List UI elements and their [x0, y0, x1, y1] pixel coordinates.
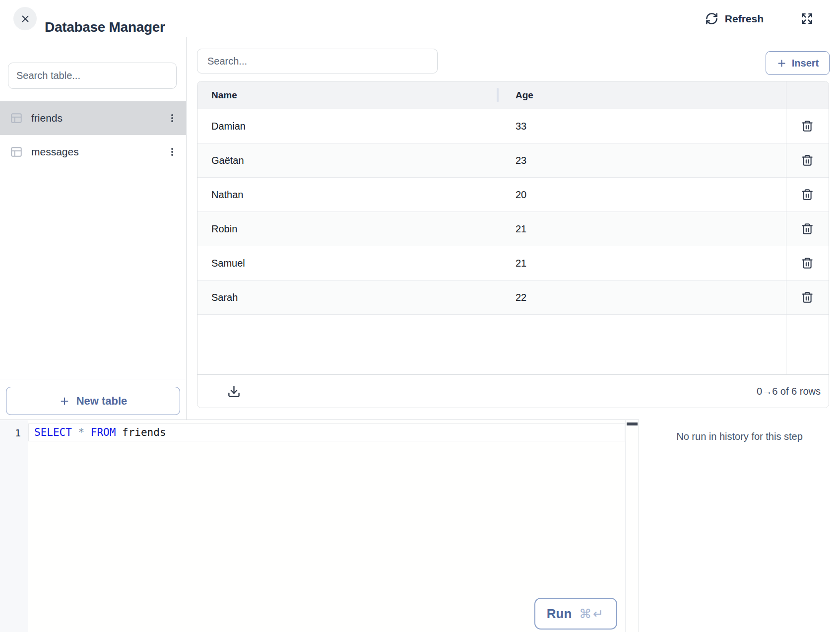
plus-icon	[59, 396, 70, 407]
download-icon	[227, 385, 241, 398]
return-key-icon: ↵	[593, 607, 605, 621]
plus-icon	[776, 58, 787, 69]
refresh-button[interactable]: Refresh	[702, 0, 767, 37]
column-header-age[interactable]: Age	[498, 90, 786, 101]
table-menu-button[interactable]	[164, 143, 180, 161]
column-header-name[interactable]: Name	[197, 90, 498, 101]
table-icon	[10, 145, 23, 158]
close-button[interactable]	[13, 7, 37, 30]
kebab-icon	[167, 146, 177, 158]
run-shortcut: ⌘↵	[579, 607, 605, 621]
topbar: Database Manager Refresh	[0, 0, 840, 38]
history-empty-message: No run in history for this step	[639, 431, 840, 442]
line-number: 1	[15, 427, 21, 439]
export-button[interactable]	[226, 384, 242, 399]
code-token	[84, 426, 91, 438]
kebab-icon	[167, 112, 177, 124]
trash-icon	[801, 257, 814, 270]
table-list: friends messages	[0, 101, 186, 169]
run-history-panel: No run in history for this step	[639, 420, 840, 632]
trash-icon	[801, 291, 814, 304]
editor-scrollbar-thumb[interactable]	[627, 422, 638, 425]
main-content: Insert Name Age Damian 33	[187, 37, 840, 420]
trash-icon	[801, 120, 814, 133]
row-search-input[interactable]	[197, 49, 438, 73]
code-token	[72, 426, 78, 438]
page-title: Database Manager	[45, 19, 165, 35]
sidebar: friends messages	[0, 37, 187, 420]
new-table-button[interactable]: New table	[6, 387, 180, 415]
table-icon	[10, 112, 23, 125]
trash-icon	[801, 154, 814, 167]
insert-label: Insert	[792, 58, 819, 69]
editor-gutter: 1	[0, 420, 28, 632]
actions-column-divider	[786, 81, 786, 375]
fullscreen-button[interactable]	[798, 0, 816, 37]
table-search-input[interactable]	[8, 63, 177, 89]
cell-age: 20	[498, 189, 786, 201]
delete-row-button[interactable]	[799, 255, 816, 272]
fullscreen-icon	[801, 12, 813, 25]
table-row[interactable]: Sarah 22	[197, 281, 829, 315]
cell-name: Gaëtan	[197, 155, 498, 166]
new-table-label: New table	[76, 395, 128, 408]
code-token: SELECT	[34, 426, 72, 438]
delete-row-button[interactable]	[799, 289, 816, 306]
cmd-key-icon: ⌘	[579, 607, 593, 621]
table-body: Damian 33 Gaëtan 23	[197, 109, 829, 376]
table-row[interactable]: Robin 21	[197, 212, 829, 246]
table-row[interactable]: Samuel 21	[197, 246, 829, 281]
data-table: Name Age Damian 33 Gaëtan 23	[197, 81, 829, 408]
cell-name: Sarah	[197, 292, 498, 303]
sidebar-table-item[interactable]: messages	[0, 135, 186, 169]
trash-icon	[801, 188, 814, 201]
cell-age: 33	[498, 121, 786, 132]
code-token: friends	[116, 426, 166, 438]
insert-button[interactable]: Insert	[766, 51, 830, 75]
sql-editor[interactable]: 1 SELECT * FROM friends Run ⌘↵	[0, 420, 639, 632]
column-resize-handle[interactable]	[497, 88, 499, 102]
editor-active-line[interactable]: SELECT * FROM friends	[28, 423, 625, 441]
cell-name: Nathan	[197, 189, 498, 201]
table-row[interactable]: Gaëtan 23	[197, 143, 829, 178]
trash-icon	[801, 222, 814, 235]
cell-name: Damian	[197, 121, 498, 132]
table-menu-button[interactable]	[164, 109, 180, 127]
table-footer: 0→6 of 6 rows	[197, 374, 829, 408]
sidebar-table-item[interactable]: friends	[0, 101, 186, 135]
table-name: friends	[31, 112, 63, 124]
rows-summary: 0→6 of 6 rows	[757, 386, 821, 397]
code-line: SELECT * FROM friends	[29, 426, 166, 438]
close-icon	[20, 13, 31, 24]
delete-row-button[interactable]	[799, 118, 816, 135]
code-token: *	[78, 426, 85, 438]
table-name: messages	[31, 146, 79, 158]
editor-scrollbar-track[interactable]	[625, 420, 639, 632]
refresh-icon	[705, 12, 718, 25]
refresh-label: Refresh	[725, 13, 764, 25]
table-row[interactable]: Damian 33	[197, 109, 829, 143]
cell-age: 23	[498, 155, 786, 166]
cell-age: 21	[498, 223, 786, 235]
cell-age: 21	[498, 258, 786, 269]
delete-row-button[interactable]	[799, 152, 816, 169]
sidebar-footer: New table	[0, 379, 186, 420]
cell-name: Samuel	[197, 258, 498, 269]
run-button[interactable]: Run ⌘↵	[534, 598, 617, 630]
code-token: FROM	[91, 426, 116, 438]
table-header-row: Name Age	[197, 81, 829, 109]
delete-row-button[interactable]	[799, 186, 816, 203]
cell-name: Robin	[197, 223, 498, 235]
cell-age: 22	[498, 292, 786, 303]
run-label: Run	[547, 606, 572, 622]
table-row[interactable]: Nathan 20	[197, 178, 829, 212]
delete-row-button[interactable]	[799, 220, 816, 237]
